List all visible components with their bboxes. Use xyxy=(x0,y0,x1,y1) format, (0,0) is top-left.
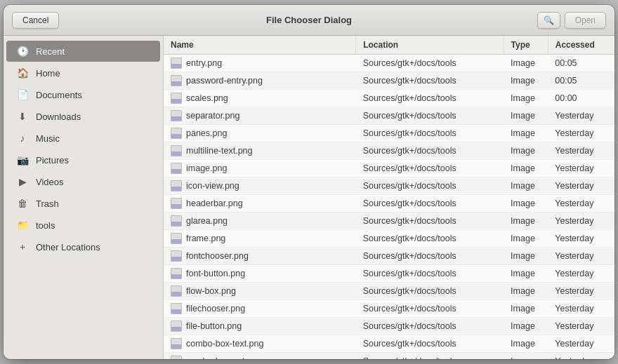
file-type: Image xyxy=(504,265,548,283)
sidebar-item-label-pictures: Pictures xyxy=(36,155,69,166)
file-type: Image xyxy=(504,283,548,300)
file-icon xyxy=(171,145,182,156)
file-name: frame.png xyxy=(186,234,225,243)
file-icon xyxy=(171,321,182,332)
sidebar-item-downloads[interactable]: ⬇Downloads xyxy=(6,106,160,127)
file-accessed: Yesterday xyxy=(548,300,614,318)
table-row[interactable]: glarea.pngSources/gtk+/docs/toolsImageYe… xyxy=(164,213,614,230)
sidebar-item-other[interactable]: +Other Locations xyxy=(6,236,160,257)
file-name-cell: frame.png xyxy=(164,230,356,248)
file-name: icon-view.png xyxy=(186,181,239,191)
sidebar-item-home[interactable]: 🏠Home xyxy=(6,62,160,83)
column-accessed[interactable]: Accessed xyxy=(548,36,614,55)
file-accessed: 00:05 xyxy=(548,72,614,90)
file-location: Sources/gtk+/docs/tools xyxy=(356,107,504,125)
file-type: Image xyxy=(504,248,548,265)
file-icon xyxy=(171,93,182,104)
table-row[interactable]: combo-box-entry.pngSources/gtk+/docs/too… xyxy=(164,353,614,360)
file-name-cell: scales.png xyxy=(164,90,356,107)
file-name-cell: multiline-text.png xyxy=(164,142,356,160)
file-type: Image xyxy=(504,213,548,230)
videos-icon: ▶ xyxy=(16,176,29,187)
table-header-row: Name Location Type Accessed xyxy=(164,36,614,55)
file-location: Sources/gtk+/docs/tools xyxy=(356,300,504,318)
table-row[interactable]: fontchooser.pngSources/gtk+/docs/toolsIm… xyxy=(164,248,614,265)
file-icon xyxy=(171,58,182,69)
table-row[interactable]: panes.pngSources/gtk+/docs/toolsImageYes… xyxy=(164,125,614,142)
file-type: Image xyxy=(504,318,548,335)
sidebar-item-documents[interactable]: 📄Documents xyxy=(6,84,160,105)
file-location: Sources/gtk+/docs/tools xyxy=(356,195,504,213)
table-row[interactable]: flow-box.pngSources/gtk+/docs/toolsImage… xyxy=(164,283,614,300)
open-button[interactable]: Open xyxy=(565,12,606,29)
sidebar-item-pictures[interactable]: 📷Pictures xyxy=(6,149,160,170)
file-accessed: Yesterday xyxy=(548,265,614,283)
file-accessed: Yesterday xyxy=(548,195,614,213)
search-button[interactable]: 🔍 xyxy=(537,12,560,29)
file-icon xyxy=(171,356,182,359)
file-type: Image xyxy=(504,160,548,177)
file-location: Sources/gtk+/docs/tools xyxy=(356,283,504,300)
sidebar-item-recent[interactable]: 🕐Recent xyxy=(6,41,160,62)
other-icon: + xyxy=(16,241,29,252)
table-row[interactable]: separator.pngSources/gtk+/docs/toolsImag… xyxy=(164,107,614,125)
file-accessed: Yesterday xyxy=(548,335,614,353)
table-row[interactable]: scales.pngSources/gtk+/docs/toolsImage00… xyxy=(164,90,614,107)
file-name-cell: icon-view.png xyxy=(164,177,356,195)
column-type[interactable]: Type xyxy=(504,36,548,55)
file-accessed: Yesterday xyxy=(548,248,614,265)
cancel-button[interactable]: Cancel xyxy=(12,12,59,29)
file-location: Sources/gtk+/docs/tools xyxy=(356,72,504,90)
sidebar-item-label-downloads: Downloads xyxy=(36,112,81,122)
titlebar-right: 🔍 Open xyxy=(537,12,606,29)
file-location: Sources/gtk+/docs/tools xyxy=(356,318,504,335)
file-table: Name Location Type Accessed entry.pngSou… xyxy=(164,36,614,359)
downloads-icon: ⬇ xyxy=(16,111,29,122)
sidebar-item-trash[interactable]: 🗑Trash xyxy=(6,193,160,214)
table-row[interactable]: password-entry.pngSources/gtk+/docs/tool… xyxy=(164,72,614,90)
sidebar-item-label-recent: Recent xyxy=(36,46,65,57)
file-name-cell: combo-box-entry.png xyxy=(164,353,356,360)
sidebar-item-label-trash: Trash xyxy=(36,198,59,209)
sidebar-item-tools[interactable]: 📁tools xyxy=(6,215,160,236)
column-name[interactable]: Name xyxy=(164,36,356,55)
table-row[interactable]: headerbar.pngSources/gtk+/docs/toolsImag… xyxy=(164,195,614,213)
table-row[interactable]: multiline-text.pngSources/gtk+/docs/tool… xyxy=(164,142,614,160)
table-row[interactable]: filechooser.pngSources/gtk+/docs/toolsIm… xyxy=(164,300,614,318)
file-name-cell: entry.png xyxy=(164,55,356,72)
table-row[interactable]: font-button.pngSources/gtk+/docs/toolsIm… xyxy=(164,265,614,283)
file-name: password-entry.png xyxy=(186,76,263,86)
file-location: Sources/gtk+/docs/tools xyxy=(356,335,504,353)
trash-icon: 🗑 xyxy=(16,198,29,209)
file-name-cell: glarea.png xyxy=(164,213,356,230)
files-table: Name Location Type Accessed entry.pngSou… xyxy=(164,36,614,359)
table-row[interactable]: file-button.pngSources/gtk+/docs/toolsIm… xyxy=(164,318,614,335)
sidebar-item-label-tools: tools xyxy=(36,220,55,231)
table-row[interactable]: image.pngSources/gtk+/docs/toolsImageYes… xyxy=(164,160,614,177)
table-row[interactable]: frame.pngSources/gtk+/docs/toolsImageYes… xyxy=(164,230,614,248)
file-type: Image xyxy=(504,90,548,107)
file-accessed: Yesterday xyxy=(548,125,614,142)
column-location[interactable]: Location xyxy=(356,36,504,55)
sidebar-item-videos[interactable]: ▶Videos xyxy=(6,171,160,192)
table-row[interactable]: icon-view.pngSources/gtk+/docs/toolsImag… xyxy=(164,177,614,195)
file-type: Image xyxy=(504,335,548,353)
file-name: font-button.png xyxy=(186,269,245,278)
file-type: Image xyxy=(504,300,548,318)
file-name-cell: filechooser.png xyxy=(164,300,356,318)
dialog-title: File Chooser Dialog xyxy=(266,15,352,25)
file-name: separator.png xyxy=(186,111,239,121)
sidebar-item-label-home: Home xyxy=(36,68,60,79)
pictures-icon: 📷 xyxy=(16,154,29,166)
sidebar-item-music[interactable]: ♪Music xyxy=(6,128,160,149)
file-accessed: 00:00 xyxy=(548,90,614,107)
file-icon xyxy=(171,110,182,121)
file-type: Image xyxy=(504,55,548,72)
titlebar: Cancel File Chooser Dialog 🔍 Open xyxy=(4,5,614,36)
table-row[interactable]: combo-box-text.pngSources/gtk+/docs/tool… xyxy=(164,335,614,353)
file-accessed: Yesterday xyxy=(548,177,614,195)
recent-icon: 🕐 xyxy=(16,46,29,57)
file-location: Sources/gtk+/docs/tools xyxy=(356,213,504,230)
table-row[interactable]: entry.pngSources/gtk+/docs/toolsImage00:… xyxy=(164,55,614,72)
file-icon xyxy=(171,75,182,86)
